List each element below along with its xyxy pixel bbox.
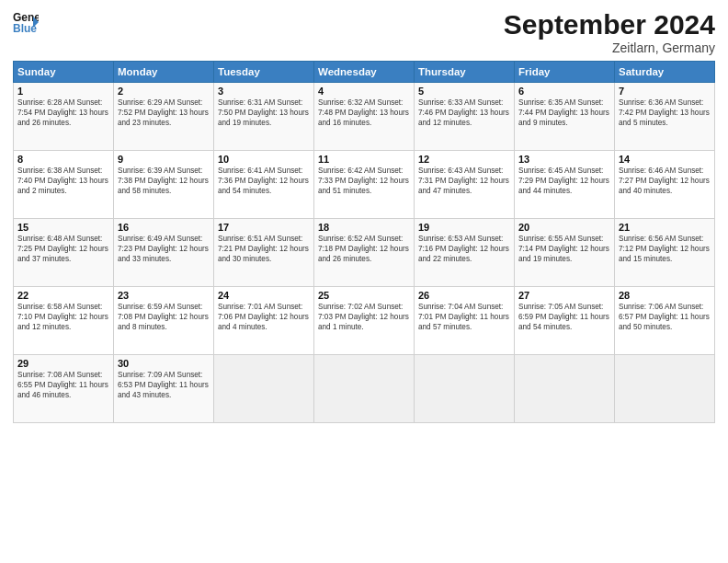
calendar-cell: 16Sunrise: 6:49 AM Sunset: 7:23 PM Dayli…: [114, 219, 214, 287]
day-number: 27: [518, 290, 610, 301]
calendar-cell: 27Sunrise: 7:05 AM Sunset: 6:59 PM Dayli…: [515, 287, 615, 355]
calendar-cell: 17Sunrise: 6:51 AM Sunset: 7:21 PM Dayli…: [214, 219, 314, 287]
month-title: September 2024: [504, 9, 715, 40]
day-number: 18: [318, 222, 410, 233]
cell-info: Sunrise: 7:05 AM Sunset: 6:59 PM Dayligh…: [518, 302, 610, 332]
cell-info: Sunrise: 7:09 AM Sunset: 6:53 PM Dayligh…: [118, 370, 210, 400]
logo: General Blue: [13, 9, 40, 35]
title-block: September 2024 Zeitlarn, Germany: [504, 9, 715, 55]
calendar-cell: 4Sunrise: 6:32 AM Sunset: 7:48 PM Daylig…: [314, 83, 415, 151]
day-number: 14: [619, 154, 711, 165]
day-number: 4: [318, 86, 410, 97]
day-number: 25: [318, 290, 410, 301]
calendar-cell: 10Sunrise: 6:41 AM Sunset: 7:36 PM Dayli…: [214, 151, 314, 219]
calendar-cell: 24Sunrise: 7:01 AM Sunset: 7:06 PM Dayli…: [214, 287, 314, 355]
calendar-cell: 25Sunrise: 7:02 AM Sunset: 7:03 PM Dayli…: [314, 287, 415, 355]
col-tuesday: Tuesday: [214, 62, 314, 83]
calendar-cell: 20Sunrise: 6:55 AM Sunset: 7:14 PM Dayli…: [515, 219, 615, 287]
table-row: 22Sunrise: 6:58 AM Sunset: 7:10 PM Dayli…: [14, 287, 715, 355]
calendar-cell: 28Sunrise: 7:06 AM Sunset: 6:57 PM Dayli…: [615, 287, 715, 355]
day-number: 11: [318, 154, 410, 165]
cell-info: Sunrise: 6:35 AM Sunset: 7:44 PM Dayligh…: [518, 98, 610, 128]
day-number: 7: [619, 86, 711, 97]
calendar-cell: [515, 355, 615, 423]
day-number: 1: [17, 86, 109, 97]
cell-info: Sunrise: 6:53 AM Sunset: 7:16 PM Dayligh…: [418, 234, 510, 264]
day-number: 21: [619, 222, 711, 233]
day-number: 19: [418, 222, 510, 233]
calendar-cell: 12Sunrise: 6:43 AM Sunset: 7:31 PM Dayli…: [415, 151, 515, 219]
col-thursday: Thursday: [415, 62, 515, 83]
cell-info: Sunrise: 7:04 AM Sunset: 7:01 PM Dayligh…: [418, 302, 510, 332]
cell-info: Sunrise: 6:48 AM Sunset: 7:25 PM Dayligh…: [17, 234, 109, 264]
cell-info: Sunrise: 6:32 AM Sunset: 7:48 PM Dayligh…: [318, 98, 410, 128]
calendar-cell: 14Sunrise: 6:46 AM Sunset: 7:27 PM Dayli…: [615, 151, 715, 219]
day-number: 5: [418, 86, 510, 97]
cell-info: Sunrise: 6:46 AM Sunset: 7:27 PM Dayligh…: [619, 166, 711, 196]
cell-info: Sunrise: 6:36 AM Sunset: 7:42 PM Dayligh…: [619, 98, 711, 128]
location-subtitle: Zeitlarn, Germany: [504, 40, 715, 55]
cell-info: Sunrise: 6:43 AM Sunset: 7:31 PM Dayligh…: [418, 166, 510, 196]
calendar-cell: [615, 355, 715, 423]
day-number: 6: [518, 86, 610, 97]
calendar-cell: 9Sunrise: 6:39 AM Sunset: 7:38 PM Daylig…: [114, 151, 214, 219]
cell-info: Sunrise: 6:45 AM Sunset: 7:29 PM Dayligh…: [518, 166, 610, 196]
day-number: 13: [518, 154, 610, 165]
day-number: 23: [118, 290, 210, 301]
cell-info: Sunrise: 6:49 AM Sunset: 7:23 PM Dayligh…: [118, 234, 210, 264]
cell-info: Sunrise: 6:38 AM Sunset: 7:40 PM Dayligh…: [17, 166, 109, 196]
calendar-cell: 6Sunrise: 6:35 AM Sunset: 7:44 PM Daylig…: [515, 83, 615, 151]
calendar-cell: 11Sunrise: 6:42 AM Sunset: 7:33 PM Dayli…: [314, 151, 415, 219]
col-friday: Friday: [515, 62, 615, 83]
calendar-cell: [214, 355, 314, 423]
col-monday: Monday: [114, 62, 214, 83]
day-number: 9: [118, 154, 210, 165]
calendar-cell: 13Sunrise: 6:45 AM Sunset: 7:29 PM Dayli…: [515, 151, 615, 219]
cell-info: Sunrise: 6:41 AM Sunset: 7:36 PM Dayligh…: [218, 166, 310, 196]
header-row: Sunday Monday Tuesday Wednesday Thursday…: [14, 62, 715, 83]
cell-info: Sunrise: 6:52 AM Sunset: 7:18 PM Dayligh…: [318, 234, 410, 264]
calendar-cell: 22Sunrise: 6:58 AM Sunset: 7:10 PM Dayli…: [14, 287, 114, 355]
day-number: 26: [418, 290, 510, 301]
calendar-cell: 7Sunrise: 6:36 AM Sunset: 7:42 PM Daylig…: [615, 83, 715, 151]
calendar-cell: 30Sunrise: 7:09 AM Sunset: 6:53 PM Dayli…: [114, 355, 214, 423]
calendar-cell: 3Sunrise: 6:31 AM Sunset: 7:50 PM Daylig…: [214, 83, 314, 151]
day-number: 10: [218, 154, 310, 165]
calendar-cell: 5Sunrise: 6:33 AM Sunset: 7:46 PM Daylig…: [415, 83, 515, 151]
calendar-cell: [314, 355, 415, 423]
calendar-page: General Blue September 2024 Zeitlarn, Ge…: [0, 0, 728, 563]
day-number: 2: [118, 86, 210, 97]
calendar-cell: 23Sunrise: 6:59 AM Sunset: 7:08 PM Dayli…: [114, 287, 214, 355]
table-row: 1Sunrise: 6:28 AM Sunset: 7:54 PM Daylig…: [14, 83, 715, 151]
logo-icon: General Blue: [13, 9, 39, 35]
day-number: 30: [118, 358, 210, 369]
col-saturday: Saturday: [615, 62, 715, 83]
day-number: 17: [218, 222, 310, 233]
cell-info: Sunrise: 6:29 AM Sunset: 7:52 PM Dayligh…: [118, 98, 210, 128]
cell-info: Sunrise: 6:51 AM Sunset: 7:21 PM Dayligh…: [218, 234, 310, 264]
cell-info: Sunrise: 7:01 AM Sunset: 7:06 PM Dayligh…: [218, 302, 310, 332]
col-sunday: Sunday: [14, 62, 114, 83]
calendar-cell: 29Sunrise: 7:08 AM Sunset: 6:55 PM Dayli…: [14, 355, 114, 423]
cell-info: Sunrise: 7:02 AM Sunset: 7:03 PM Dayligh…: [318, 302, 410, 332]
cell-info: Sunrise: 6:33 AM Sunset: 7:46 PM Dayligh…: [418, 98, 510, 128]
day-number: 22: [17, 290, 109, 301]
day-number: 29: [17, 358, 109, 369]
cell-info: Sunrise: 7:08 AM Sunset: 6:55 PM Dayligh…: [17, 370, 109, 400]
col-wednesday: Wednesday: [314, 62, 415, 83]
calendar-cell: [415, 355, 515, 423]
table-row: 15Sunrise: 6:48 AM Sunset: 7:25 PM Dayli…: [14, 219, 715, 287]
cell-info: Sunrise: 6:56 AM Sunset: 7:12 PM Dayligh…: [619, 234, 711, 264]
cell-info: Sunrise: 6:59 AM Sunset: 7:08 PM Dayligh…: [118, 302, 210, 332]
cell-info: Sunrise: 6:39 AM Sunset: 7:38 PM Dayligh…: [118, 166, 210, 196]
cell-info: Sunrise: 6:31 AM Sunset: 7:50 PM Dayligh…: [218, 98, 310, 128]
calendar-cell: 18Sunrise: 6:52 AM Sunset: 7:18 PM Dayli…: [314, 219, 415, 287]
day-number: 20: [518, 222, 610, 233]
cell-info: Sunrise: 6:28 AM Sunset: 7:54 PM Dayligh…: [17, 98, 109, 128]
table-row: 8Sunrise: 6:38 AM Sunset: 7:40 PM Daylig…: [14, 151, 715, 219]
cell-info: Sunrise: 6:55 AM Sunset: 7:14 PM Dayligh…: [518, 234, 610, 264]
day-number: 8: [17, 154, 109, 165]
calendar-table: Sunday Monday Tuesday Wednesday Thursday…: [13, 61, 715, 423]
day-number: 16: [118, 222, 210, 233]
calendar-cell: 8Sunrise: 6:38 AM Sunset: 7:40 PM Daylig…: [14, 151, 114, 219]
